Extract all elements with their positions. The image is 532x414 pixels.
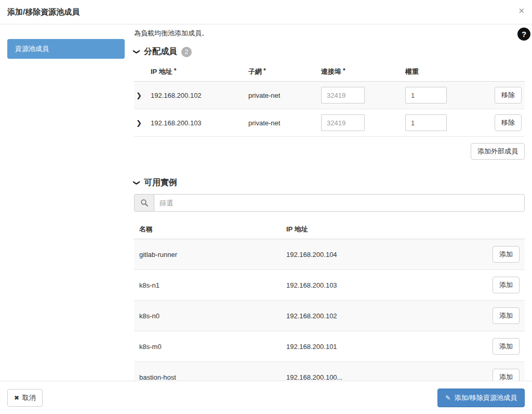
instance-name: k8s-m0 [134, 331, 281, 362]
close-icon[interactable]: ✕ [518, 6, 525, 16]
sidebar-item-pool-members[interactable]: 資源池成員 [7, 39, 125, 59]
instance-name: k8s-n1 [134, 270, 281, 301]
chevron-right-icon[interactable]: ❯ [136, 120, 142, 126]
column-header-ip: IP 地址 [281, 219, 486, 239]
actions-column-header [491, 61, 525, 82]
wizard-content: ? 為負載均衡池添加成員。 ❯ 分配成員 2 IP 地址* [134, 24, 532, 393]
actions-column-header [486, 219, 525, 239]
port-input[interactable] [321, 87, 365, 104]
table-header-row: 名稱 IP 地址 [134, 219, 525, 239]
member-row: ❯ 192.168.200.103 private-net 移除 [134, 109, 525, 137]
add-member-button[interactable]: 添加 [493, 338, 520, 355]
column-header-subnet: 子網* [246, 61, 319, 82]
instance-row: k8s-m0 192.168.200.101 添加 [134, 331, 525, 362]
search-icon [134, 194, 154, 212]
required-asterisk-icon: * [263, 67, 266, 74]
step-description: 為負載均衡池添加成員。 [134, 29, 525, 38]
instance-ip: 192.168.200.104 [281, 239, 486, 270]
help-icon[interactable]: ? [517, 28, 530, 41]
chevron-right-icon[interactable]: ❯ [136, 92, 142, 99]
add-external-row: 添加外部成員 [134, 143, 525, 160]
instance-row: k8s-n0 192.168.200.102 添加 [134, 301, 525, 331]
available-instances-table: 名稱 IP 地址 gitlab-runner 192.168.200.104 添… [134, 219, 525, 393]
modal-body: 資源池成員 ? 為負載均衡池添加成員。 ❯ 分配成員 2 [0, 24, 532, 393]
member-weight-cell [403, 82, 491, 109]
member-port-cell [319, 82, 403, 109]
instance-name: gitlab-runner [134, 239, 281, 270]
add-member-button[interactable]: 添加 [493, 307, 520, 324]
instance-action-cell: 添加 [486, 239, 525, 270]
weight-input[interactable] [405, 87, 447, 104]
member-port-cell [319, 109, 403, 137]
expander-cell: ❯ [134, 82, 149, 109]
available-instances-title: 可用實例 [144, 177, 177, 188]
cancel-x-icon: ✖ [14, 395, 19, 401]
column-label: 子網 [248, 68, 262, 75]
column-label: IP 地址 [151, 68, 172, 75]
expander-cell: ❯ [134, 109, 149, 137]
chevron-down-icon: ❯ [134, 180, 140, 186]
cancel-label: 取消 [22, 393, 36, 403]
add-member-button[interactable]: 添加 [493, 246, 520, 263]
filter-group [134, 194, 525, 212]
allocated-members-section-header[interactable]: ❯ 分配成員 2 [134, 46, 525, 57]
required-asterisk-icon: * [343, 67, 345, 74]
member-row: ❯ 192.168.200.102 private-net 移除 [134, 82, 525, 109]
add-external-member-button[interactable]: 添加外部成員 [471, 143, 525, 160]
column-header-weight: 權重 [403, 61, 491, 82]
instance-action-cell: 添加 [486, 301, 525, 331]
available-instances-section: ❯ 可用實例 [134, 177, 525, 393]
add-member-button[interactable]: 添加 [493, 277, 520, 293]
member-subnet: private-net [246, 82, 319, 109]
instance-action-cell: 添加 [486, 331, 525, 362]
member-subnet: private-net [246, 109, 319, 137]
member-count-badge: 2 [181, 47, 192, 57]
instance-row: k8s-n1 192.168.200.103 添加 [134, 270, 525, 301]
instance-name: k8s-n0 [134, 301, 281, 331]
pencil-icon: ✎ [445, 395, 450, 401]
cancel-button[interactable]: ✖ 取消 [7, 389, 43, 407]
modal-header: 添加/移除資源池成員 ✕ [0, 0, 532, 24]
member-weight-cell [403, 109, 491, 137]
required-asterisk-icon: * [174, 67, 177, 74]
member-action-cell: 移除 [491, 109, 525, 137]
member-ip: 192.168.200.103 [149, 109, 246, 137]
instance-action-cell: 添加 [486, 270, 525, 301]
filter-input[interactable] [154, 194, 525, 212]
allocated-members-title: 分配成員 [144, 46, 177, 57]
weight-input[interactable] [405, 114, 447, 131]
instance-row: gitlab-runner 192.168.200.104 添加 [134, 239, 525, 270]
column-label: 權重 [405, 68, 419, 75]
instance-ip: 192.168.200.103 [281, 270, 486, 301]
column-header-port: 連接埠* [319, 61, 403, 82]
submit-button[interactable]: ✎ 添加/移除資源池成員 [437, 389, 525, 407]
instance-ip: 192.168.200.102 [281, 301, 486, 331]
wizard-sidebar: 資源池成員 [0, 24, 134, 59]
add-remove-pool-members-modal: 添加/移除資源池成員 ✕ 資源池成員 ? 為負載均衡池添加成員。 ❯ 分配成員 … [0, 0, 532, 393]
available-instances-section-header[interactable]: ❯ 可用實例 [134, 177, 525, 188]
member-ip: 192.168.200.102 [149, 82, 246, 109]
table-header-row: IP 地址* 子網* 連接埠* 權重 [134, 61, 525, 82]
instance-ip: 192.168.200.101 [281, 331, 486, 362]
column-header-name: 名稱 [134, 219, 281, 239]
chevron-down-icon: ❯ [134, 49, 140, 55]
allocated-members-table: IP 地址* 子網* 連接埠* 權重 [134, 61, 525, 137]
page-title: 添加/移除資源池成員 [7, 7, 79, 16]
submit-label: 添加/移除資源池成員 [454, 393, 517, 403]
modal-footer: ✖ 取消 ✎ 添加/移除資源池成員 [0, 381, 532, 414]
member-action-cell: 移除 [491, 82, 525, 109]
column-label: 連接埠 [321, 68, 341, 75]
remove-member-button[interactable]: 移除 [495, 87, 522, 104]
expander-column-header [134, 61, 149, 82]
column-header-ip: IP 地址* [149, 61, 246, 82]
remove-member-button[interactable]: 移除 [495, 114, 522, 131]
port-input[interactable] [321, 114, 365, 131]
